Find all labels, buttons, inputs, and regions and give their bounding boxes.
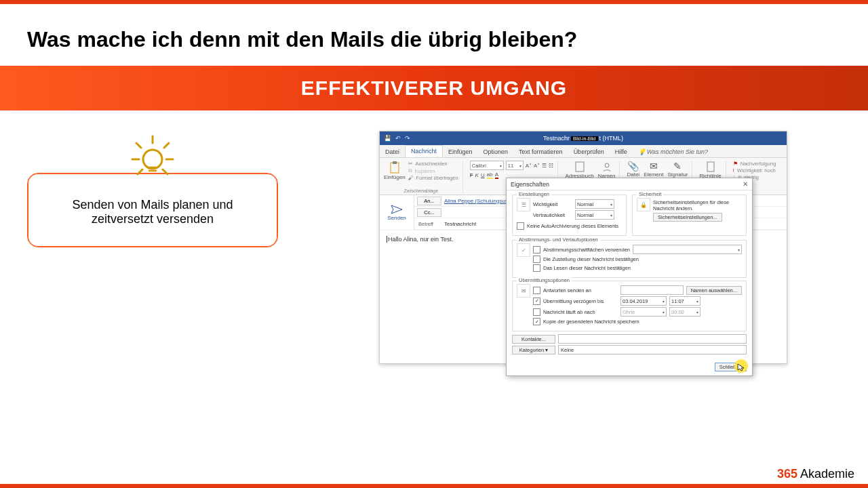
tell-me-text: Was möchten Sie tun? <box>647 148 708 155</box>
underline-button[interactable]: U <box>481 172 485 178</box>
chk-delivery-receipt[interactable] <box>533 256 540 263</box>
cut-button[interactable]: ✂Ausschneiden <box>408 161 458 167</box>
voting-icon: ✓ <box>517 243 530 257</box>
addressbook-button[interactable]: Adressbuch <box>565 161 593 179</box>
legend-uebermittlung: Übermittlungsoptionen <box>517 277 572 283</box>
dialog-title: Eigenschaften <box>511 181 549 188</box>
send-icon <box>390 204 403 215</box>
section-sicherheit: Sicherheit 🔒 Sicherheitseinstellungen fü… <box>632 195 747 236</box>
select-expire-date[interactable]: Ohne▾ <box>620 307 667 317</box>
settings-icon: ☰ <box>517 198 530 211</box>
importance-high-icon: ! <box>733 167 734 174</box>
outlook-window: 💾 ↶ ↷ Testnachr Bild-in-Bild t (HTML) Da… <box>379 131 787 364</box>
label-autoarchiv: Keine AutoArchivierung dieses Elements <box>527 223 618 229</box>
highlight-icon[interactable]: ab <box>487 171 493 179</box>
chk-voting[interactable] <box>533 246 540 253</box>
contacts-button[interactable]: Kontakte... <box>512 335 555 344</box>
tab-einfuegen[interactable]: Einfügen <box>443 146 478 157</box>
label-reply-to: Antworten senden an <box>543 287 618 293</box>
categories-button[interactable]: Kategorien ▾ <box>512 346 555 354</box>
chk-expires[interactable] <box>533 308 540 316</box>
section-einstellungen: Einstellungen ☰ Wichtigkeit Normal▾ <box>512 195 627 236</box>
select-vertraulichkeit[interactable]: Normal▾ <box>575 210 614 220</box>
banner-text: EFFEKTIVERER UMGANG <box>0 77 868 100</box>
envelope-icon: ✉ <box>650 161 658 171</box>
footer-brand: 365 Akademie <box>777 467 854 481</box>
tip-column: Senden von Mails planen und zeitversetzt… <box>27 131 278 364</box>
bullets-icon[interactable]: ☰ <box>542 163 547 169</box>
tell-me[interactable]: 💡Was möchten Sie tun? <box>633 146 713 157</box>
svg-point-11 <box>605 163 609 167</box>
followup-button[interactable]: ⚑Nachverfolgung <box>733 161 776 167</box>
select-expire-time[interactable]: 00:00▾ <box>669 307 701 317</box>
shrink-font-icon[interactable]: A˅ <box>534 163 540 169</box>
save-icon[interactable]: 💾 <box>384 135 391 142</box>
paste-button[interactable]: Einfügen <box>384 161 406 181</box>
input-reply-to[interactable] <box>620 285 684 295</box>
delivery-icon: ✉ <box>517 284 530 298</box>
subject-value[interactable]: Testnachricht <box>444 221 476 227</box>
attach-item-button[interactable]: ✉Element <box>644 161 663 178</box>
chk-read-receipt[interactable] <box>533 264 540 272</box>
italic-button[interactable]: K <box>475 172 479 178</box>
select-names-button[interactable]: Namen auswählen... <box>686 286 742 295</box>
tab-datei[interactable]: Datei <box>380 146 405 157</box>
chk-save-copy[interactable] <box>533 318 540 325</box>
importance-high-button[interactable]: !Wichtigkeit: hoch <box>733 167 776 174</box>
label-delay-delivery: Übermittlung verzögern bis <box>543 298 618 304</box>
select-delay-date[interactable]: 03.04.2019▾ <box>620 296 667 306</box>
undo-icon[interactable]: ↶ <box>395 135 401 142</box>
redo-icon[interactable]: ↷ <box>405 135 410 142</box>
tab-ueberpruefen[interactable]: Überprüfen <box>568 146 610 157</box>
font-color-icon[interactable]: A <box>495 171 498 179</box>
svg-line-2 <box>136 143 141 148</box>
font-size-select[interactable]: 11▾ <box>506 161 524 170</box>
svg-rect-10 <box>576 162 584 171</box>
security-settings-button[interactable]: Sicherheitseinstellungen... <box>653 213 722 222</box>
scissors-icon: ✂ <box>408 161 413 167</box>
body-text: Hallo Alina, nur ein Test. <box>387 236 453 243</box>
copy-button[interactable]: ⧉Kopieren <box>408 167 458 174</box>
to-value[interactable]: Alina Peppe (Schulungsuser) <box>444 198 515 204</box>
signature-button[interactable]: ✎Signatur <box>668 161 688 178</box>
brush-icon: 🖌 <box>408 175 414 181</box>
bold-button[interactable]: F <box>470 172 473 178</box>
close-icon[interactable]: ✕ <box>743 180 748 188</box>
check-names-button[interactable]: Namen <box>598 161 616 179</box>
tab-text-formatieren[interactable]: Text formatieren <box>513 146 568 157</box>
properties-dialog: Eigenschaften ✕ Einstellungen ☰ Wichtigk… <box>506 178 753 376</box>
brand-number: 365 <box>777 467 797 481</box>
label-voting: Abstimmungsschaltflächen verwenden <box>543 247 630 253</box>
select-wichtigkeit[interactable]: Normal▾ <box>575 199 614 209</box>
brand-name: Akademie <box>797 467 854 481</box>
to-button[interactable]: An... <box>417 197 441 205</box>
page-title: Was mache ich denn mit den Mails die übr… <box>27 27 841 52</box>
send-button[interactable]: Senden <box>380 195 414 230</box>
policy-button[interactable]: Richtlinie <box>699 161 721 179</box>
lock-icon: 🔒 <box>637 198 650 211</box>
svg-line-3 <box>164 143 169 148</box>
numbering-icon[interactable]: ☷ <box>549 163 553 169</box>
tab-nachricht[interactable]: Nachricht <box>405 145 443 157</box>
chk-delay-delivery[interactable] <box>533 298 540 305</box>
format-painter-button[interactable]: 🖌Format übertragen <box>408 175 458 181</box>
cc-button[interactable]: Cc... <box>417 208 441 217</box>
tab-hilfe[interactable]: Hilfe <box>610 146 633 157</box>
grow-font-icon[interactable]: A˄ <box>526 163 532 169</box>
outlook-titlebar: 💾 ↶ ↷ Testnachr Bild-in-Bild t (HTML) <box>380 131 787 145</box>
select-voting[interactable]: ▾ <box>633 245 742 254</box>
attach-file-button[interactable]: 📎Datei <box>627 161 639 178</box>
paste-label: Einfügen <box>384 174 406 180</box>
tip-text: Senden von Mails planen und zeitversetzt… <box>72 198 233 226</box>
select-delay-time[interactable]: 11:07▾ <box>669 296 701 306</box>
chk-reply-to[interactable] <box>533 287 540 294</box>
legend-einstellungen: Einstellungen <box>517 191 551 197</box>
input-contacts[interactable] <box>558 334 747 344</box>
font-select[interactable]: Calibri▾ <box>470 161 504 170</box>
window-title-suffix: t (HTML) <box>599 135 624 142</box>
legend-abstimmung: Abstimmungs- und Verlaufoptionen <box>517 237 600 243</box>
tab-optionen[interactable]: Optionen <box>478 146 514 157</box>
svg-point-0 <box>143 150 162 169</box>
chk-autoarchiv[interactable] <box>517 222 524 230</box>
input-categories[interactable]: Keine <box>558 345 747 354</box>
